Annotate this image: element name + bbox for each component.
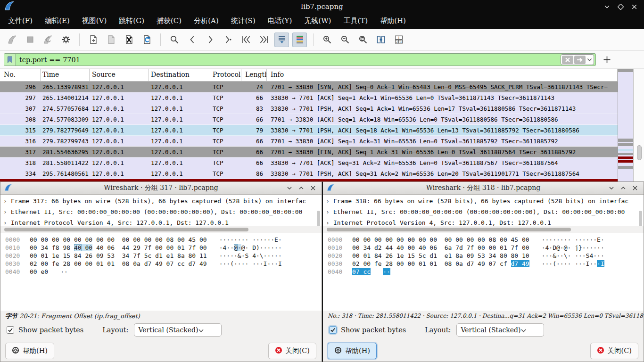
menu-item-5[interactable]: 捕获(C) <box>150 14 188 28</box>
popup-close-button[interactable] <box>310 184 316 193</box>
hex-row-0000[interactable]: 000000 00 00 00 00 00 00 00 00 00 00 00 … <box>5 236 322 244</box>
column-header-time[interactable]: Time <box>41 69 90 81</box>
tree-row-3[interactable]: ›Internet Protocol Version 4, Src: 127.0… <box>326 217 644 226</box>
hex-row-0000[interactable]: 000000 00 00 00 00 00 00 00 00 00 00 00 … <box>328 236 644 244</box>
tree-hscrollbar[interactable] <box>323 226 644 233</box>
packet-row-307[interactable]: 307274.577057684127.0.0.1127.0.0.1TCP833… <box>0 103 618 114</box>
column-header-protocol[interactable]: Protocol <box>210 69 241 81</box>
column-header-source[interactable]: Source <box>90 69 149 81</box>
go-to-packet-button[interactable] <box>221 33 235 47</box>
popup-maximize-button[interactable] <box>298 184 304 193</box>
popup-titlebar[interactable]: Wireshark · 分组 317 · lib7.pcapng <box>0 182 322 195</box>
apply-filter-button[interactable] <box>574 56 586 64</box>
menu-item-9[interactable]: 无线(W) <box>298 14 337 28</box>
tree-scrollbar-thumb[interactable] <box>639 211 642 226</box>
hex-row-0020[interactable]: 002000 01 84 26 1e 15 5c d1 e1 8a 09 53 … <box>328 252 644 260</box>
restart-capture-button[interactable] <box>41 33 55 47</box>
intelligent-scrollbar-minimap[interactable] <box>618 69 634 181</box>
close-dialog-button[interactable]: 关闭(C) <box>590 343 638 359</box>
packet-row-316[interactable]: 316279.782799743127.0.0.1127.0.0.1TCP667… <box>0 136 618 147</box>
hex-dump-view[interactable]: 000000 00 00 00 00 00 00 00 00 00 00 00 … <box>0 233 322 311</box>
menu-item-11[interactable]: 帮助(H) <box>374 14 412 28</box>
menu-item-1[interactable]: 文件(F) <box>2 14 39 28</box>
protocol-tree[interactable]: ›Frame 317: 66 bytes on wire (528 bits),… <box>0 195 322 226</box>
layout-select[interactable]: Vertical (Stacked) <box>134 323 222 337</box>
reload-file-button[interactable] <box>140 33 154 47</box>
minimize-button[interactable] <box>604 4 610 10</box>
expander-icon[interactable]: › <box>3 206 11 217</box>
protocol-tree[interactable]: ›Frame 318: 66 bytes on wire (528 bits),… <box>323 195 644 226</box>
colorize-button[interactable] <box>292 33 307 47</box>
hex-row-0030[interactable]: 003002 00 fe 28 00 00 01 01 08 0a d7 49 … <box>5 260 322 268</box>
packet-row-318[interactable]: 318281.558011422127.0.0.1127.0.0.1TCP663… <box>0 157 618 168</box>
expander-icon[interactable]: › <box>326 217 333 226</box>
popup-maximize-button[interactable] <box>620 184 626 193</box>
packet-list-scrollbar-thumb[interactable] <box>637 145 642 160</box>
packet-row-315[interactable]: 315279.782779649127.0.0.1127.0.0.1TCP793… <box>0 125 618 136</box>
menu-item-6[interactable]: 分析(A) <box>188 14 225 28</box>
popup-titlebar[interactable]: Wireshark · 分组 318 · lib7.pcapng <box>323 182 644 195</box>
packet-row-296[interactable]: 296265.133978931127.0.0.1127.0.0.1TCP747… <box>0 82 618 92</box>
packet-row-308[interactable]: 308274.577083309127.0.0.1127.0.0.1TCP667… <box>0 114 618 125</box>
menu-item-2[interactable]: 编辑(E) <box>39 14 76 28</box>
resize-columns-button[interactable] <box>373 33 388 47</box>
start-capture-button[interactable] <box>5 33 19 47</box>
layout-select[interactable]: Vertical (Stacked) <box>456 323 544 337</box>
layout-chooser-button[interactable]: 123 <box>391 33 406 47</box>
stop-capture-button[interactable] <box>23 33 37 47</box>
tree-row-1[interactable]: ›Frame 318: 66 bytes on wire (528 bits),… <box>326 196 644 206</box>
tree-scrollbar-thumb[interactable] <box>317 211 320 226</box>
packet-row-334[interactable]: 334295.761480561127.0.0.1127.0.0.1TCP863… <box>0 168 618 179</box>
filter-dropdown-arrow[interactable] <box>586 56 593 64</box>
hex-row-0020[interactable]: 002000 01 1e 15 84 26 09 53 34 7f 5c d1 … <box>5 252 322 260</box>
zoom-out-button[interactable] <box>338 33 352 47</box>
column-header-destination[interactable]: Destination <box>149 69 210 81</box>
hex-row-0040[interactable]: 004000 e0·· <box>5 268 322 276</box>
auto-scroll-button[interactable] <box>274 33 289 47</box>
first-packet-button[interactable] <box>239 33 253 47</box>
maximize-button[interactable] <box>618 4 624 10</box>
popup-minimize-button[interactable] <box>609 184 614 193</box>
hex-row-0040[interactable]: 004007 cc·· <box>328 268 644 276</box>
tree-row-3[interactable]: ›Internet Protocol Version 4, Src: 127.0… <box>3 217 322 226</box>
hex-row-0010[interactable]: 001000 34 f8 98 40 00 40 06 44 29 7f 00 … <box>5 244 322 252</box>
tree-hscrollbar-thumb[interactable] <box>4 228 248 231</box>
add-filter-button[interactable] <box>602 55 612 65</box>
tree-row-1[interactable]: ›Frame 317: 66 bytes on wire (528 bits),… <box>3 196 322 206</box>
menu-item-3[interactable]: 视图(V) <box>76 14 113 28</box>
zoom-reset-button[interactable] <box>355 33 370 47</box>
display-filter-input[interactable]: tcp.port == 7701 <box>4 53 596 66</box>
find-packet-button[interactable] <box>167 33 182 47</box>
menu-item-4[interactable]: 跳转(G) <box>113 14 150 28</box>
expander-icon[interactable]: › <box>3 196 11 206</box>
go-back-button[interactable] <box>185 33 199 47</box>
close-file-button[interactable] <box>122 33 136 47</box>
go-forward-button[interactable] <box>203 33 217 47</box>
hex-row-0010[interactable]: 001000 34 d2 44 40 00 40 06 6a 7d 7f 00 … <box>328 244 644 252</box>
open-file-button[interactable] <box>86 33 100 47</box>
packet-row-317[interactable]: 317281.554636295127.0.0.1127.0.0.1TCP667… <box>0 147 618 157</box>
show-packet-bytes-checkbox[interactable] <box>7 326 14 334</box>
expander-icon[interactable]: › <box>326 196 333 206</box>
packet-row-297[interactable]: 297265.134001214127.0.0.1127.0.0.1TCP663… <box>0 92 618 103</box>
popup-minimize-button[interactable] <box>287 184 292 193</box>
close-button[interactable] <box>631 4 637 10</box>
help-button[interactable]: 帮助(H) <box>5 343 54 359</box>
help-button[interactable]: 帮助(H) <box>328 343 377 359</box>
hex-row-0030[interactable]: 003002 00 fe 28 00 00 01 01 08 0a d7 49 … <box>328 260 644 268</box>
capture-options-button[interactable] <box>58 33 73 47</box>
expander-icon[interactable]: › <box>326 206 333 217</box>
column-header-length[interactable]: Length <box>241 69 267 81</box>
expander-icon[interactable]: › <box>3 217 11 226</box>
tree-hscrollbar[interactable] <box>0 226 322 233</box>
menu-item-10[interactable]: 工具(T) <box>337 14 374 28</box>
show-packet-bytes-checkbox[interactable] <box>329 326 337 334</box>
popup-close-button[interactable] <box>632 184 638 193</box>
tree-row-2[interactable]: ›Ethernet II, Src: 00:00:00_00:00:00 (00… <box>3 206 322 217</box>
clear-filter-button[interactable] <box>562 56 573 64</box>
zoom-in-button[interactable] <box>320 33 334 47</box>
hex-dump-view[interactable]: 000000 00 00 00 00 00 00 00 00 00 00 00 … <box>323 233 644 311</box>
column-header-info[interactable]: Info <box>267 69 618 81</box>
packet-list-scrollbar[interactable] <box>635 69 644 181</box>
menu-item-8[interactable]: 电话(Y) <box>262 14 298 28</box>
